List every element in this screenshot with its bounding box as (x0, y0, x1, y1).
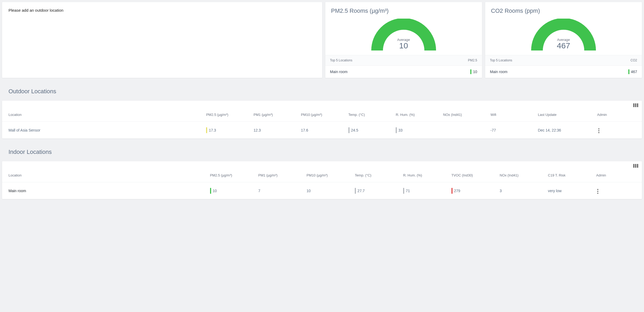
status-bar-icon (210, 188, 211, 194)
col-nox[interactable]: NOx (Ind41) (441, 109, 488, 122)
cell-temp: 27.7 (357, 189, 365, 193)
svg-rect-5 (637, 164, 638, 168)
col-tvoc[interactable]: TVOC (Ind30) (449, 170, 497, 182)
gauge-location-row[interactable]: Main room 467 (485, 65, 642, 78)
gauge-sub-right: PM2.5 (468, 58, 477, 62)
cell-nox (441, 122, 488, 139)
gauge-card-co2: CO2 Rooms (ppm) Average 467 Top 5 Locati… (485, 2, 642, 78)
cell-c19: very low (545, 182, 594, 199)
col-pm1[interactable]: PM1 (µg/m³) (251, 109, 298, 122)
cell-nox: 3 (497, 182, 545, 199)
outdoor-prompt-card: Please add an outdoor location (2, 2, 322, 78)
kebab-menu-icon[interactable] (596, 188, 599, 195)
status-bar-icon (206, 127, 207, 133)
cell-last-update: Dec 14, 22:36 (535, 122, 594, 139)
col-temp[interactable]: Temp. (°C) (352, 170, 400, 182)
col-pm25[interactable]: PM2.5 (µg/m³) (203, 109, 251, 122)
cell-temp: 24.5 (351, 128, 358, 132)
gauge-card-pm25: PM2.5 Rooms (µg/m³) Average 10 Top 5 Loc… (325, 2, 482, 78)
cell-tvoc: 279 (454, 189, 460, 193)
col-wifi[interactable]: Wifi (488, 109, 535, 122)
col-location[interactable]: Location (2, 170, 207, 182)
col-rhum[interactable]: R. Hum. (%) (400, 170, 449, 182)
status-bar-icon (451, 188, 453, 194)
gauge-sub-header: Top 5 Locations CO2 (485, 55, 642, 65)
gauge-title: PM2.5 Rooms (µg/m³) (325, 2, 482, 17)
cell-rhum: 71 (406, 189, 410, 193)
col-pm10[interactable]: PM10 (µg/m³) (304, 170, 352, 182)
col-c19[interactable]: C19 T. Risk (545, 170, 594, 182)
columns-icon[interactable] (633, 164, 638, 168)
gauge-avg-value: 467 (485, 41, 642, 50)
status-bar-icon (355, 188, 356, 194)
col-location[interactable]: Location (2, 109, 203, 122)
col-nox[interactable]: NOx (Ind41) (497, 170, 545, 182)
svg-rect-2 (637, 103, 638, 107)
cell-pm10: 17.6 (298, 122, 346, 139)
col-admin[interactable]: Admin (594, 170, 642, 182)
gauge-row-name: Main room (490, 70, 507, 74)
gauge-row-value: 467 (631, 70, 637, 74)
outdoor-prompt-text: Please add an outdoor location (8, 8, 63, 12)
kebab-menu-icon[interactable] (597, 127, 600, 134)
cell-pm1: 7 (256, 182, 304, 199)
gauge-title: CO2 Rooms (ppm) (485, 2, 642, 17)
columns-icon[interactable] (633, 103, 638, 108)
col-rhum[interactable]: R. Hum. (%) (393, 109, 440, 122)
col-temp[interactable]: Temp. (°C) (346, 109, 393, 122)
status-bar-icon (348, 127, 349, 133)
svg-rect-0 (633, 103, 634, 107)
col-pm25[interactable]: PM2.5 (µg/m³) (207, 170, 256, 182)
cell-pm25: 17.3 (209, 128, 216, 132)
gauge-sub-left: Top 5 Locations (330, 58, 352, 62)
gauge-row-value: 10 (473, 70, 477, 74)
status-bar-icon (403, 188, 404, 194)
outdoor-section-title: Outdoor Locations (2, 81, 642, 101)
status-bar-icon (628, 69, 629, 74)
svg-rect-1 (635, 103, 636, 107)
gauge-avg-value: 10 (325, 41, 482, 50)
cell-pm1: 12.3 (251, 122, 298, 139)
svg-rect-4 (635, 164, 636, 168)
cell-wifi: -77 (488, 122, 535, 139)
gauge-sub-left: Top 5 Locations (490, 58, 512, 62)
col-last-update[interactable]: Last Update (535, 109, 594, 122)
outdoor-table: Location PM2.5 (µg/m³) PM1 (µg/m³) PM10 … (2, 109, 642, 138)
cell-location: Mall of Asia Sensor (2, 122, 203, 139)
svg-rect-3 (633, 164, 634, 168)
gauge-sub-header: Top 5 Locations PM2.5 (325, 55, 482, 65)
col-pm1[interactable]: PM1 (µg/m³) (256, 170, 304, 182)
col-admin[interactable]: Admin (595, 109, 642, 122)
status-bar-icon (470, 69, 471, 74)
indoor-table-card: Location PM2.5 (µg/m³) PM1 (µg/m³) PM10 … (2, 161, 642, 199)
outdoor-table-card: Location PM2.5 (µg/m³) PM1 (µg/m³) PM10 … (2, 101, 642, 138)
gauge-location-row[interactable]: Main room 10 (325, 65, 482, 78)
gauge-row-name: Main room (330, 70, 348, 74)
cell-pm10: 10 (304, 182, 352, 199)
indoor-section-title: Indoor Locations (2, 142, 642, 161)
cell-pm25: 10 (213, 189, 217, 193)
col-pm10[interactable]: PM10 (µg/m³) (298, 109, 346, 122)
table-row[interactable]: Mall of Asia Sensor 17.3 12.3 17.6 24.5 … (2, 122, 642, 139)
cell-location: Main room (2, 182, 207, 199)
gauge-sub-right: CO2 (630, 58, 637, 62)
table-row[interactable]: Main room 10 7 10 27.7 71 279 3 very low (2, 182, 642, 199)
status-bar-icon (396, 127, 397, 133)
cell-rhum: 33 (398, 128, 403, 132)
indoor-table: Location PM2.5 (µg/m³) PM1 (µg/m³) PM10 … (2, 170, 642, 199)
